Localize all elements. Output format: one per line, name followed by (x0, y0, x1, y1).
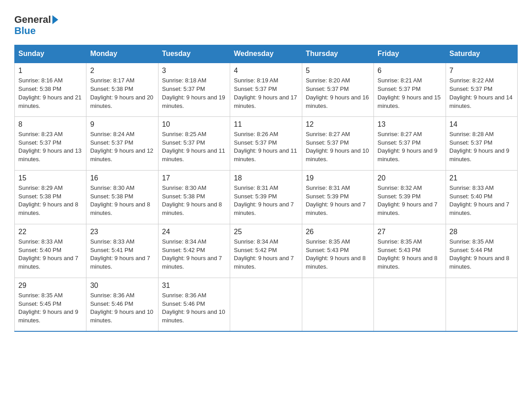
calendar-cell (230, 278, 302, 331)
day-number: 19 (306, 174, 370, 182)
calendar-cell: 31Sunrise: 8:36 AMSunset: 5:46 PMDayligh… (158, 278, 230, 331)
day-info: Sunrise: 8:18 AMSunset: 5:37 PMDaylight:… (162, 77, 226, 110)
weekday-header-thursday: Thursday (302, 45, 373, 63)
day-number: 25 (234, 228, 298, 236)
calendar-cell: 1Sunrise: 8:16 AMSunset: 5:38 PMDaylight… (15, 63, 86, 116)
calendar-cell: 21Sunrise: 8:33 AMSunset: 5:40 PMDayligh… (446, 170, 517, 224)
weekday-header-tuesday: Tuesday (158, 45, 230, 63)
calendar-cell: 5Sunrise: 8:20 AMSunset: 5:37 PMDaylight… (302, 63, 373, 116)
day-info: Sunrise: 8:27 AMSunset: 5:37 PMDaylight:… (306, 130, 370, 164)
calendar-week-3: 15Sunrise: 8:29 AMSunset: 5:38 PMDayligh… (15, 170, 518, 224)
day-number: 30 (90, 282, 154, 290)
logo: General Blue (14, 14, 58, 37)
calendar-cell: 8Sunrise: 8:23 AMSunset: 5:37 PMDaylight… (15, 116, 86, 170)
day-info: Sunrise: 8:33 AMSunset: 5:40 PMDaylight:… (18, 238, 82, 271)
day-number: 20 (378, 174, 442, 182)
calendar-table: SundayMondayTuesdayWednesdayThursdayFrid… (14, 45, 518, 332)
calendar-week-2: 8Sunrise: 8:23 AMSunset: 5:37 PMDaylight… (15, 116, 518, 170)
day-info: Sunrise: 8:35 AMSunset: 5:43 PMDaylight:… (378, 238, 442, 271)
calendar-cell: 19Sunrise: 8:31 AMSunset: 5:39 PMDayligh… (302, 170, 373, 224)
day-number: 15 (18, 174, 82, 182)
day-number: 18 (234, 174, 298, 182)
calendar-week-4: 22Sunrise: 8:33 AMSunset: 5:40 PMDayligh… (15, 224, 518, 278)
day-info: Sunrise: 8:16 AMSunset: 5:38 PMDaylight:… (18, 77, 82, 110)
day-number: 5 (306, 67, 370, 75)
calendar-cell: 22Sunrise: 8:33 AMSunset: 5:40 PMDayligh… (15, 224, 86, 278)
calendar-cell: 27Sunrise: 8:35 AMSunset: 5:43 PMDayligh… (374, 224, 446, 278)
day-number: 16 (90, 174, 154, 182)
day-info: Sunrise: 8:31 AMSunset: 5:39 PMDaylight:… (306, 184, 370, 218)
calendar-cell: 18Sunrise: 8:31 AMSunset: 5:39 PMDayligh… (230, 170, 302, 224)
day-info: Sunrise: 8:17 AMSunset: 5:38 PMDaylight:… (90, 77, 154, 110)
calendar-cell: 29Sunrise: 8:35 AMSunset: 5:45 PMDayligh… (15, 278, 86, 331)
day-number: 11 (234, 120, 298, 128)
calendar-cell: 3Sunrise: 8:18 AMSunset: 5:37 PMDaylight… (158, 63, 230, 116)
calendar-cell: 6Sunrise: 8:21 AMSunset: 5:37 PMDaylight… (374, 63, 446, 116)
day-number: 4 (234, 67, 298, 75)
day-info: Sunrise: 8:36 AMSunset: 5:46 PMDaylight:… (162, 291, 226, 325)
day-info: Sunrise: 8:20 AMSunset: 5:37 PMDaylight:… (306, 77, 370, 110)
logo-blue: Blue (14, 25, 36, 37)
day-number: 13 (378, 120, 442, 128)
weekday-header-friday: Friday (374, 45, 446, 63)
day-number: 1 (18, 67, 82, 75)
day-info: Sunrise: 8:35 AMSunset: 5:44 PMDaylight:… (450, 238, 514, 271)
day-info: Sunrise: 8:31 AMSunset: 5:39 PMDaylight:… (234, 184, 298, 218)
day-info: Sunrise: 8:35 AMSunset: 5:45 PMDaylight:… (18, 291, 82, 325)
calendar-cell: 10Sunrise: 8:25 AMSunset: 5:37 PMDayligh… (158, 116, 230, 170)
calendar-cell: 4Sunrise: 8:19 AMSunset: 5:37 PMDaylight… (230, 63, 302, 116)
calendar-cell (446, 278, 517, 331)
weekday-header-wednesday: Wednesday (230, 45, 302, 63)
day-number: 27 (378, 228, 442, 236)
calendar-cell: 28Sunrise: 8:35 AMSunset: 5:44 PMDayligh… (446, 224, 517, 278)
day-number: 24 (162, 228, 226, 236)
day-number: 2 (90, 67, 154, 75)
day-info: Sunrise: 8:24 AMSunset: 5:37 PMDaylight:… (90, 130, 154, 164)
day-number: 31 (162, 282, 226, 290)
day-info: Sunrise: 8:23 AMSunset: 5:37 PMDaylight:… (18, 130, 82, 164)
calendar-cell: 25Sunrise: 8:34 AMSunset: 5:42 PMDayligh… (230, 224, 302, 278)
day-info: Sunrise: 8:28 AMSunset: 5:37 PMDaylight:… (450, 130, 514, 164)
weekday-header-monday: Monday (86, 45, 158, 63)
calendar-cell: 2Sunrise: 8:17 AMSunset: 5:38 PMDaylight… (86, 63, 158, 116)
weekday-header-sunday: Sunday (15, 45, 86, 63)
day-number: 14 (450, 120, 514, 128)
day-info: Sunrise: 8:27 AMSunset: 5:37 PMDaylight:… (378, 130, 442, 164)
calendar-cell (374, 278, 446, 331)
calendar-cell: 23Sunrise: 8:33 AMSunset: 5:41 PMDayligh… (86, 224, 158, 278)
calendar-cell: 24Sunrise: 8:34 AMSunset: 5:42 PMDayligh… (158, 224, 230, 278)
day-info: Sunrise: 8:19 AMSunset: 5:37 PMDaylight:… (234, 77, 298, 110)
day-number: 17 (162, 174, 226, 182)
day-number: 21 (450, 174, 514, 182)
day-info: Sunrise: 8:25 AMSunset: 5:37 PMDaylight:… (162, 130, 226, 164)
day-number: 3 (162, 67, 226, 75)
day-info: Sunrise: 8:33 AMSunset: 5:41 PMDaylight:… (90, 238, 154, 271)
day-number: 12 (306, 120, 370, 128)
day-info: Sunrise: 8:33 AMSunset: 5:40 PMDaylight:… (450, 184, 514, 218)
day-number: 6 (378, 67, 442, 75)
calendar-cell: 30Sunrise: 8:36 AMSunset: 5:46 PMDayligh… (86, 278, 158, 331)
day-info: Sunrise: 8:36 AMSunset: 5:46 PMDaylight:… (90, 291, 154, 325)
day-info: Sunrise: 8:22 AMSunset: 5:37 PMDaylight:… (450, 77, 514, 110)
calendar-cell: 16Sunrise: 8:30 AMSunset: 5:38 PMDayligh… (86, 170, 158, 224)
day-info: Sunrise: 8:21 AMSunset: 5:37 PMDaylight:… (378, 77, 442, 110)
day-number: 29 (18, 282, 82, 290)
day-info: Sunrise: 8:30 AMSunset: 5:38 PMDaylight:… (90, 184, 154, 218)
day-number: 23 (90, 228, 154, 236)
calendar-cell (302, 278, 373, 331)
calendar-cell: 14Sunrise: 8:28 AMSunset: 5:37 PMDayligh… (446, 116, 517, 170)
day-info: Sunrise: 8:32 AMSunset: 5:39 PMDaylight:… (378, 184, 442, 218)
calendar-cell: 7Sunrise: 8:22 AMSunset: 5:37 PMDaylight… (446, 63, 517, 116)
calendar-cell: 20Sunrise: 8:32 AMSunset: 5:39 PMDayligh… (374, 170, 446, 224)
day-number: 26 (306, 228, 370, 236)
calendar-week-5: 29Sunrise: 8:35 AMSunset: 5:45 PMDayligh… (15, 278, 518, 331)
day-info: Sunrise: 8:29 AMSunset: 5:38 PMDaylight:… (18, 184, 82, 218)
logo-general: General (14, 14, 51, 25)
day-number: 7 (450, 67, 514, 75)
day-number: 9 (90, 120, 154, 128)
calendar-cell: 15Sunrise: 8:29 AMSunset: 5:38 PMDayligh… (15, 170, 86, 224)
day-number: 28 (450, 228, 514, 236)
calendar-cell: 12Sunrise: 8:27 AMSunset: 5:37 PMDayligh… (302, 116, 373, 170)
calendar-cell: 26Sunrise: 8:35 AMSunset: 5:43 PMDayligh… (302, 224, 373, 278)
logo-arrow-icon (52, 15, 58, 24)
